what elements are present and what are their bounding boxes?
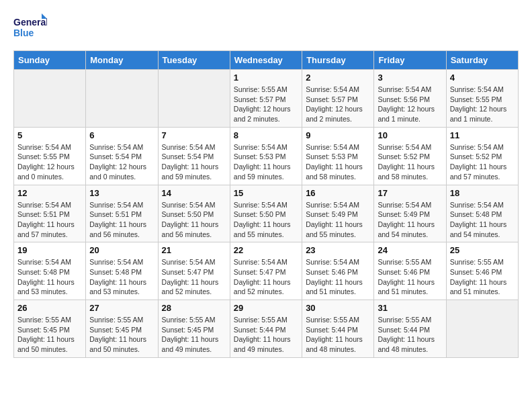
day-number: 31 <box>378 303 442 313</box>
day-info: Sunrise: 5:54 AMSunset: 5:49 PMDaylight:… <box>306 200 370 240</box>
calendar-week-row: 1Sunrise: 5:55 AMSunset: 5:57 PMDaylight… <box>14 70 519 128</box>
day-number: 8 <box>234 130 298 140</box>
day-info: Sunrise: 5:55 AMSunset: 5:44 PMDaylight:… <box>234 315 298 355</box>
day-number: 16 <box>306 188 370 198</box>
calendar-cell <box>14 70 86 128</box>
day-number: 22 <box>234 245 298 255</box>
calendar-week-row: 19Sunrise: 5:54 AMSunset: 5:48 PMDayligh… <box>14 242 519 300</box>
calendar-cell: 29Sunrise: 5:55 AMSunset: 5:44 PMDayligh… <box>230 300 302 358</box>
day-info: Sunrise: 5:54 AMSunset: 5:53 PMDaylight:… <box>234 142 298 182</box>
day-number: 6 <box>89 130 154 140</box>
calendar-table: SundayMondayTuesdayWednesdayThursdayFrid… <box>13 50 519 358</box>
calendar-cell: 21Sunrise: 5:54 AMSunset: 5:47 PMDayligh… <box>158 242 230 300</box>
calendar-cell: 16Sunrise: 5:54 AMSunset: 5:49 PMDayligh… <box>302 185 374 242</box>
day-number: 11 <box>450 130 515 140</box>
day-number: 29 <box>234 303 298 313</box>
day-number: 26 <box>17 303 82 313</box>
calendar-cell: 27Sunrise: 5:55 AMSunset: 5:45 PMDayligh… <box>86 300 158 358</box>
day-info: Sunrise: 5:54 AMSunset: 5:46 PMDaylight:… <box>306 257 370 297</box>
day-number: 19 <box>17 245 82 255</box>
weekday-header: Friday <box>374 51 446 70</box>
calendar-week-row: 26Sunrise: 5:55 AMSunset: 5:45 PMDayligh… <box>14 300 519 358</box>
day-number: 4 <box>450 73 515 83</box>
day-info: Sunrise: 5:54 AMSunset: 5:53 PMDaylight:… <box>306 142 370 182</box>
calendar-cell: 7Sunrise: 5:54 AMSunset: 5:54 PMDaylight… <box>158 127 230 185</box>
calendar-cell: 22Sunrise: 5:54 AMSunset: 5:47 PMDayligh… <box>230 242 302 300</box>
weekday-header: Thursday <box>302 51 374 70</box>
weekday-header: Monday <box>86 51 158 70</box>
calendar-cell: 19Sunrise: 5:54 AMSunset: 5:48 PMDayligh… <box>14 242 86 300</box>
day-number: 10 <box>378 130 442 140</box>
calendar-cell: 11Sunrise: 5:54 AMSunset: 5:52 PMDayligh… <box>446 127 518 185</box>
day-number: 24 <box>378 245 442 255</box>
calendar-cell: 28Sunrise: 5:55 AMSunset: 5:45 PMDayligh… <box>158 300 230 358</box>
calendar-cell <box>158 70 230 128</box>
calendar-cell: 4Sunrise: 5:54 AMSunset: 5:55 PMDaylight… <box>446 70 518 128</box>
day-info: Sunrise: 5:54 AMSunset: 5:52 PMDaylight:… <box>378 142 442 182</box>
day-number: 2 <box>306 73 370 83</box>
day-info: Sunrise: 5:54 AMSunset: 5:49 PMDaylight:… <box>378 200 442 240</box>
day-info: Sunrise: 5:54 AMSunset: 5:51 PMDaylight:… <box>89 200 154 240</box>
weekday-header: Wednesday <box>230 51 302 70</box>
svg-text:Blue: Blue <box>13 28 34 38</box>
calendar-cell <box>446 300 518 358</box>
calendar-cell: 2Sunrise: 5:54 AMSunset: 5:57 PMDaylight… <box>302 70 374 128</box>
day-number: 15 <box>234 188 298 198</box>
day-info: Sunrise: 5:55 AMSunset: 5:44 PMDaylight:… <box>378 315 442 355</box>
calendar-week-row: 5Sunrise: 5:54 AMSunset: 5:55 PMDaylight… <box>14 127 519 185</box>
calendar-cell: 20Sunrise: 5:54 AMSunset: 5:48 PMDayligh… <box>86 242 158 300</box>
day-info: Sunrise: 5:55 AMSunset: 5:46 PMDaylight:… <box>378 257 442 297</box>
day-number: 18 <box>450 188 515 198</box>
calendar-cell: 8Sunrise: 5:54 AMSunset: 5:53 PMDaylight… <box>230 127 302 185</box>
day-number: 17 <box>378 188 442 198</box>
logo: General Blue <box>13 13 47 44</box>
calendar-header-row: SundayMondayTuesdayWednesdayThursdayFrid… <box>14 51 519 70</box>
calendar-cell: 1Sunrise: 5:55 AMSunset: 5:57 PMDaylight… <box>230 70 302 128</box>
calendar-cell: 3Sunrise: 5:54 AMSunset: 5:56 PMDaylight… <box>374 70 446 128</box>
calendar-cell: 30Sunrise: 5:55 AMSunset: 5:44 PMDayligh… <box>302 300 374 358</box>
calendar-week-row: 12Sunrise: 5:54 AMSunset: 5:51 PMDayligh… <box>14 185 519 242</box>
day-info: Sunrise: 5:55 AMSunset: 5:46 PMDaylight:… <box>450 257 515 297</box>
calendar-cell: 10Sunrise: 5:54 AMSunset: 5:52 PMDayligh… <box>374 127 446 185</box>
logo-svg: General Blue <box>13 13 47 44</box>
day-number: 14 <box>162 188 226 198</box>
calendar-cell: 5Sunrise: 5:54 AMSunset: 5:55 PMDaylight… <box>14 127 86 185</box>
day-info: Sunrise: 5:54 AMSunset: 5:54 PMDaylight:… <box>89 142 154 182</box>
day-info: Sunrise: 5:55 AMSunset: 5:45 PMDaylight:… <box>89 315 154 355</box>
weekday-header: Tuesday <box>158 51 230 70</box>
day-info: Sunrise: 5:54 AMSunset: 5:55 PMDaylight:… <box>450 85 515 124</box>
day-info: Sunrise: 5:54 AMSunset: 5:47 PMDaylight:… <box>234 257 298 297</box>
day-number: 9 <box>306 130 370 140</box>
day-info: Sunrise: 5:55 AMSunset: 5:45 PMDaylight:… <box>17 315 82 355</box>
day-info: Sunrise: 5:54 AMSunset: 5:48 PMDaylight:… <box>450 200 515 240</box>
day-number: 25 <box>450 245 515 255</box>
day-number: 23 <box>306 245 370 255</box>
weekday-header: Saturday <box>446 51 518 70</box>
calendar-cell: 23Sunrise: 5:54 AMSunset: 5:46 PMDayligh… <box>302 242 374 300</box>
day-number: 27 <box>89 303 154 313</box>
calendar-cell: 12Sunrise: 5:54 AMSunset: 5:51 PMDayligh… <box>14 185 86 242</box>
calendar-cell: 24Sunrise: 5:55 AMSunset: 5:46 PMDayligh… <box>374 242 446 300</box>
day-number: 7 <box>162 130 226 140</box>
calendar-cell <box>86 70 158 128</box>
calendar-cell: 13Sunrise: 5:54 AMSunset: 5:51 PMDayligh… <box>86 185 158 242</box>
day-info: Sunrise: 5:54 AMSunset: 5:47 PMDaylight:… <box>162 257 226 297</box>
day-info: Sunrise: 5:54 AMSunset: 5:56 PMDaylight:… <box>378 85 442 124</box>
day-info: Sunrise: 5:54 AMSunset: 5:48 PMDaylight:… <box>17 257 82 297</box>
page-header: General Blue <box>13 13 519 44</box>
day-info: Sunrise: 5:55 AMSunset: 5:57 PMDaylight:… <box>234 85 298 124</box>
calendar-cell: 25Sunrise: 5:55 AMSunset: 5:46 PMDayligh… <box>446 242 518 300</box>
day-info: Sunrise: 5:54 AMSunset: 5:57 PMDaylight:… <box>306 85 370 124</box>
day-number: 3 <box>378 73 442 83</box>
calendar-cell: 31Sunrise: 5:55 AMSunset: 5:44 PMDayligh… <box>374 300 446 358</box>
day-info: Sunrise: 5:54 AMSunset: 5:54 PMDaylight:… <box>162 142 226 182</box>
day-info: Sunrise: 5:55 AMSunset: 5:45 PMDaylight:… <box>162 315 226 355</box>
day-info: Sunrise: 5:54 AMSunset: 5:50 PMDaylight:… <box>234 200 298 240</box>
day-number: 1 <box>234 73 298 83</box>
day-number: 12 <box>17 188 82 198</box>
day-number: 20 <box>89 245 154 255</box>
day-info: Sunrise: 5:54 AMSunset: 5:50 PMDaylight:… <box>162 200 226 240</box>
day-info: Sunrise: 5:54 AMSunset: 5:52 PMDaylight:… <box>450 142 515 182</box>
calendar-cell: 6Sunrise: 5:54 AMSunset: 5:54 PMDaylight… <box>86 127 158 185</box>
day-info: Sunrise: 5:55 AMSunset: 5:44 PMDaylight:… <box>306 315 370 355</box>
